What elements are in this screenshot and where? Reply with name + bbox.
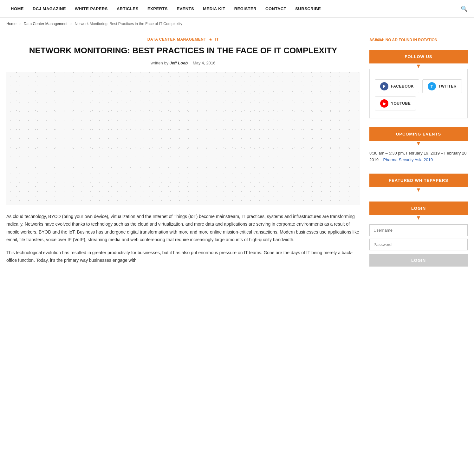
article-body: As cloud technology, BYOD (bring your ow… <box>6 213 360 264</box>
event-body: 8:30 am – 5:30 pm, February 19, 2019 – F… <box>369 146 468 165</box>
sidebar-ad-notice: AS#404: NO AD FOUND IN ROTATION <box>369 36 468 43</box>
nav-events[interactable]: EVENTS <box>172 6 198 11</box>
sidebar: AS#404: NO AD FOUND IN ROTATION FOLLOW U… <box>369 36 468 277</box>
follow-us-widget: FOLLOW US ▼ f FACEBOOK t TWITTER ▶ YOUTU… <box>369 50 468 118</box>
youtube-label: YOUTUBE <box>391 101 411 106</box>
article-paragraph-1: As cloud technology, BYOD (bring your ow… <box>6 213 360 244</box>
nav-subscribe[interactable]: SUBSCRIBE <box>291 6 325 11</box>
nav-dcj-magazine[interactable]: DCJ MAGAZINE <box>28 6 70 11</box>
username-input[interactable] <box>369 224 468 236</box>
nav-media-kit[interactable]: MEDIA KIT <box>198 6 230 11</box>
cat-it[interactable]: IT <box>215 37 219 42</box>
cat-data-center-management[interactable]: DATA CENTER MANAGEMENT <box>147 37 206 42</box>
facebook-button[interactable]: f FACEBOOK <box>375 79 419 93</box>
twitter-icon: t <box>428 82 436 90</box>
main-nav: HOME DCJ MAGAZINE WHITE PAPERS ARTICLES … <box>0 0 474 18</box>
cat-separator: ◈ <box>209 37 213 42</box>
login-button[interactable]: LOGIN <box>369 254 468 267</box>
twitter-label: TWITTER <box>438 84 457 89</box>
upcoming-events-widget: UPCOMING EVENTS ▼ 8:30 am – 5:30 pm, Feb… <box>369 127 468 165</box>
page-layout: DATA CENTER MANAGEMENT ◈ IT NETWORK MONI… <box>0 30 474 283</box>
upcoming-events-header: UPCOMING EVENTS <box>369 127 468 141</box>
article-categories: DATA CENTER MANAGEMENT ◈ IT <box>6 36 360 42</box>
breadcrumb-sep-2: › <box>70 22 72 26</box>
breadcrumb-current: Network Monitoring: Best Practices in th… <box>75 22 182 26</box>
follow-us-arrow: ▼ <box>369 63 468 69</box>
breadcrumb-home[interactable]: Home <box>6 22 16 26</box>
nav-white-papers[interactable]: WHITE PAPERS <box>70 6 112 11</box>
facebook-label: FACEBOOK <box>391 84 414 89</box>
social-buttons: f FACEBOOK t TWITTER ▶ YOUTUBE <box>375 74 462 113</box>
article-title: NETWORK MONITORING: BEST PRACTICES IN TH… <box>6 45 360 56</box>
login-widget: LOGIN ▼ LOGIN <box>369 202 468 268</box>
breadcrumb-sep-1: › <box>19 22 21 26</box>
login-form: LOGIN <box>369 221 468 268</box>
nav-home[interactable]: HOME <box>6 6 28 11</box>
search-icon[interactable]: 🔍 <box>461 5 468 12</box>
follow-us-header: FOLLOW US <box>369 50 468 63</box>
written-by-prefix: written by <box>151 61 170 65</box>
event-link[interactable]: Pharma Security Asia 2019 <box>383 157 433 162</box>
article-image <box>6 72 360 205</box>
featured-whitepapers-widget: FEATURED WHITEPAPERS ▼ <box>369 174 468 193</box>
twitter-button[interactable]: t TWITTER <box>422 79 462 93</box>
facebook-icon: f <box>380 82 388 90</box>
featured-whitepapers-arrow: ▼ <box>369 187 468 193</box>
breadcrumb: Home › Data Center Management › Network … <box>0 18 474 30</box>
article-meta: written by Jeff Loeb May 4, 2016 <box>6 61 360 65</box>
featured-whitepapers-header: FEATURED WHITEPAPERS <box>369 174 468 187</box>
nav-experts[interactable]: EXPERTS <box>143 6 172 11</box>
nav-contact[interactable]: CONTACT <box>261 6 291 11</box>
login-header: LOGIN <box>369 202 468 215</box>
youtube-icon: ▶ <box>380 99 388 108</box>
nav-register[interactable]: REGISTER <box>230 6 261 11</box>
login-arrow: ▼ <box>369 215 468 221</box>
main-content: DATA CENTER MANAGEMENT ◈ IT NETWORK MONI… <box>6 36 360 277</box>
article-author[interactable]: Jeff Loeb <box>170 61 188 65</box>
upcoming-events-arrow: ▼ <box>369 141 468 146</box>
nav-articles[interactable]: ARTICLES <box>112 6 143 11</box>
password-input[interactable] <box>369 239 468 250</box>
article-paragraph-2: This technological evolution has resulte… <box>6 249 360 264</box>
youtube-button[interactable]: ▶ YOUTUBE <box>375 96 416 110</box>
follow-us-body: f FACEBOOK t TWITTER ▶ YOUTUBE <box>369 69 468 118</box>
breadcrumb-category[interactable]: Data Center Management <box>24 22 68 26</box>
article-date: May 4, 2016 <box>193 61 216 65</box>
